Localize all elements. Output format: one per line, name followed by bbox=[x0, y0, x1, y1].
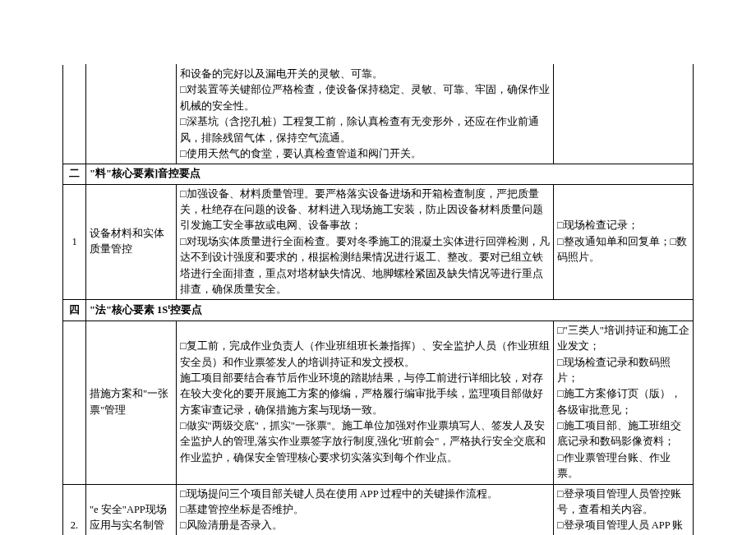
section-title: "法"核心要素 1St控要点 bbox=[86, 300, 694, 321]
table-row: 措施方案和"一张票"管理 □复工前，完成作业负责人（作业班组班长兼指挥）、安全监… bbox=[63, 321, 694, 484]
row-num: 1 bbox=[63, 184, 86, 300]
section-title: "料"核心要素]音控要点 bbox=[86, 164, 694, 184]
cell-content: □现场提问三个项目部关键人员在使用 APP 过程中的关键操作流程。 □基建管控坐… bbox=[177, 484, 554, 535]
section-num: 二 bbox=[63, 164, 86, 184]
section-header: 二 "料"核心要素]音控要点 bbox=[63, 164, 694, 184]
row-item: 措施方案和"一张票"管理 bbox=[86, 321, 177, 484]
row-num: 2. bbox=[63, 484, 86, 535]
table-row: 和设备的完好以及漏电开关的灵敏、可靠。 □对装置等关键部位严格检查，使设备保持稳… bbox=[63, 65, 694, 164]
row-item: 设备材料和实体质量管控 bbox=[86, 184, 177, 300]
row-item: "e 安全"APP现场应用与实名制管理 bbox=[86, 484, 177, 535]
cell-content: □复工前，完成作业负责人（作业班组班长兼指挥）、安全监护人员（作业班组安全员）和… bbox=[177, 321, 554, 484]
document-table: 和设备的完好以及漏电开关的灵敏、可靠。 □对装置等关键部位严格检查，使设备保持稳… bbox=[62, 64, 694, 535]
cell-note: □"三类人"培训持证和施工企业发文； □现场检查记录和数码照片； □施工方案修订… bbox=[554, 321, 694, 484]
table-row: 1 设备材料和实体质量管控 □加强设备、材料质量管理。要严格落实设备进场和开箱检… bbox=[63, 184, 694, 300]
section-header: 四 "法"核心要素 1St控要点 bbox=[63, 300, 694, 321]
row-num bbox=[63, 321, 86, 484]
section-num: 四 bbox=[63, 300, 86, 321]
cell-note: □登录项目管理人员管控账号，查看相关内容。 □登录项目管理人员 APP 账号，查… bbox=[554, 484, 694, 535]
cell-content: 和设备的完好以及漏电开关的灵敏、可靠。 □对装置等关键部位严格检查，使设备保持稳… bbox=[177, 65, 554, 164]
cell-note: □现场检查记录； □整改通知单和回复单；□数码照片。 bbox=[554, 184, 694, 300]
table-row: 2. "e 安全"APP现场应用与实名制管理 □现场提问三个项目部关键人员在使用… bbox=[63, 484, 694, 535]
cell-content: □加强设备、材料质量管理。要严格落实设备进场和开箱检查制度，严把质量关，杜绝存在… bbox=[177, 184, 554, 300]
